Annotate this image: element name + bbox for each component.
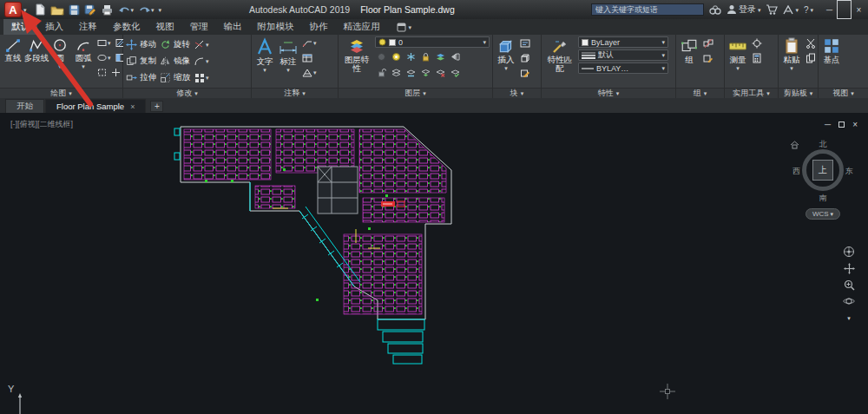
point-button[interactable]: [110, 66, 122, 79]
array-button[interactable]: ▾: [194, 71, 210, 84]
panel-modify-footer[interactable]: 修改▾: [123, 88, 251, 98]
viewcube-east-label[interactable]: 东: [845, 166, 853, 177]
close-button[interactable]: ×: [852, 0, 866, 19]
fillet-button[interactable]: ▾: [194, 55, 210, 68]
group-button[interactable]: 组: [679, 36, 700, 65]
panel-block-footer[interactable]: 块▾: [493, 88, 541, 98]
tab-insert[interactable]: 插入: [37, 19, 71, 35]
dimension-button[interactable]: 标注 ▾: [278, 36, 299, 74]
create-block-button[interactable]: [519, 51, 531, 64]
new-file-button[interactable]: [33, 3, 48, 16]
close-tab-icon[interactable]: ×: [130, 102, 135, 111]
autodesk-apps-button[interactable]: ▾: [783, 5, 799, 15]
viewport-minimize-icon[interactable]: ─: [825, 120, 831, 129]
panel-layers-footer[interactable]: 图层▾: [339, 88, 492, 98]
viewcube-top-face[interactable]: 上: [812, 160, 833, 181]
restore-button[interactable]: [837, 0, 852, 19]
measure-button[interactable]: 测量 ▾: [727, 36, 748, 72]
cut-button[interactable]: [805, 36, 817, 49]
ungroup-button[interactable]: [702, 36, 714, 49]
viewcube-north-label[interactable]: 北: [792, 139, 854, 150]
copy-button[interactable]: 复制: [126, 54, 156, 69]
tab-featured-apps[interactable]: 精选应用: [336, 19, 388, 35]
trim-button[interactable]: ▾: [194, 38, 210, 51]
save-button[interactable]: [67, 3, 82, 16]
layer-walk-button[interactable]: [391, 66, 402, 79]
qat-customize-button[interactable]: ▾: [157, 3, 164, 16]
redo-button[interactable]: ▾: [136, 3, 156, 16]
panel-annotation-footer[interactable]: 注释▾: [252, 88, 338, 98]
layer-unlock-button[interactable]: [376, 66, 387, 79]
layer-off-button[interactable]: [376, 50, 387, 63]
panel-clipboard-footer[interactable]: 剪贴板▾: [779, 88, 818, 98]
panel-groups-footer[interactable]: 组▾: [676, 88, 724, 98]
layer-merge-button[interactable]: [420, 66, 431, 79]
rotate-button[interactable]: 旋转: [160, 37, 190, 53]
edit-attributes-button[interactable]: [519, 36, 531, 49]
minimize-button[interactable]: ─: [822, 0, 837, 19]
signin-button[interactable]: 登录▾: [727, 3, 761, 16]
panel-view-footer[interactable]: 视图▾: [819, 88, 868, 98]
layer-state-button[interactable]: [450, 66, 461, 79]
block-editor-button[interactable]: [519, 66, 531, 79]
scale-button[interactable]: 缩放: [160, 70, 190, 86]
copy-clip-button[interactable]: [805, 51, 817, 64]
orbit-button[interactable]: [840, 295, 858, 307]
panel-properties-footer[interactable]: 特性▾: [542, 88, 675, 98]
polyline-button[interactable]: 多段线: [26, 36, 47, 63]
panel-draw-footer[interactable]: 绘图▾: [0, 88, 122, 98]
move-button[interactable]: 移动: [126, 37, 156, 53]
tab-output[interactable]: 输出: [216, 19, 250, 35]
viewport-close-icon[interactable]: ×: [852, 120, 858, 129]
layer-delete-button[interactable]: [435, 66, 446, 79]
insert-block-button[interactable]: 插入 ▾: [496, 36, 516, 72]
tab-addins[interactable]: 附加模块: [250, 19, 302, 35]
group-edit-button[interactable]: [702, 51, 714, 64]
leader-button[interactable]: ▾: [301, 36, 318, 49]
zoom-button[interactable]: [840, 279, 858, 291]
paste-button[interactable]: 粘贴 ▾: [781, 36, 802, 72]
help-button[interactable]: ?▾: [804, 5, 813, 15]
save-as-button[interactable]: [82, 3, 98, 16]
store-button[interactable]: [766, 4, 778, 15]
ellipse-button[interactable]: ▾: [96, 51, 112, 64]
stretch-button[interactable]: 拉伸: [126, 70, 156, 86]
layer-freeze-other-button[interactable]: [405, 66, 417, 79]
layer-freeze-button[interactable]: [405, 50, 417, 63]
lineweight-combo[interactable]: 默认 ▾: [578, 49, 668, 61]
model-space[interactable]: [-][俯视][二维线框] ─ ×: [0, 113, 868, 414]
tab-collaborate[interactable]: 协作: [302, 19, 336, 35]
plot-button[interactable]: [99, 3, 115, 16]
pan-button[interactable]: [840, 262, 858, 274]
id-point-button[interactable]: [751, 36, 763, 49]
base-point-button[interactable]: 基点: [821, 36, 842, 65]
tab-annotate[interactable]: 注释: [71, 19, 105, 35]
tab-default[interactable]: 默认: [3, 19, 37, 35]
mirror-button[interactable]: 镜像: [160, 54, 190, 69]
undo-button[interactable]: ▾: [116, 3, 136, 16]
panel-utilities-footer[interactable]: 实用工具▾: [725, 88, 778, 98]
arc-button[interactable]: 圆弧 ▾: [73, 36, 94, 70]
ribbon-display-toggle[interactable]: ▾: [392, 19, 417, 35]
navbar-more-button[interactable]: ▾: [840, 312, 858, 324]
file-tab-start[interactable]: 开始: [5, 99, 44, 113]
open-file-button[interactable]: [49, 3, 66, 16]
file-tab-document[interactable]: Floor Plan Sample ×: [45, 99, 146, 113]
layer-isolate-button[interactable]: [391, 50, 402, 63]
viewport-controls-label[interactable]: [-][俯视][二维线框]: [10, 119, 73, 130]
application-menu-button[interactable]: A ▾: [4, 2, 27, 17]
annotation-scale-button[interactable]: ▾: [301, 66, 318, 79]
quick-calc-button[interactable]: [751, 51, 763, 64]
floor-plan-drawing[interactable]: [170, 118, 474, 371]
linetype-combo[interactable]: BYLAY… ▾: [578, 62, 668, 74]
layer-select-combo[interactable]: 0 ▾: [375, 36, 490, 48]
tab-manage[interactable]: 管理: [182, 19, 216, 35]
layer-previous-button[interactable]: [450, 50, 461, 63]
object-color-combo[interactable]: ByLayer ▾: [578, 36, 668, 48]
boundary-button[interactable]: [96, 66, 108, 79]
viewcube[interactable]: 上 北 南 西 东: [792, 139, 854, 203]
layer-properties-button[interactable]: 图层特性: [341, 36, 372, 74]
search-input[interactable]: [591, 3, 704, 16]
match-properties-button[interactable]: 特性匹配: [544, 36, 575, 74]
tab-view[interactable]: 视图: [148, 19, 182, 35]
